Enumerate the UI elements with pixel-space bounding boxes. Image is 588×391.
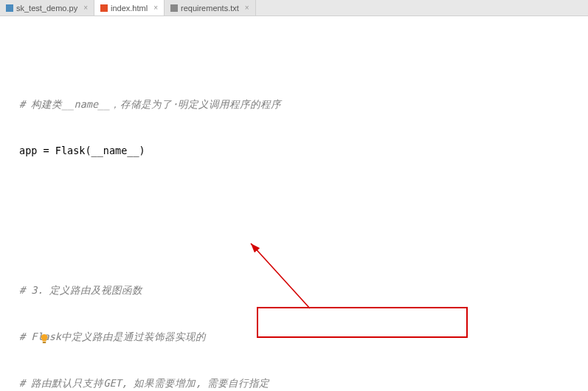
html-icon bbox=[100, 4, 108, 12]
lightbulb-icon[interactable] bbox=[3, 317, 13, 328]
blank-line bbox=[19, 236, 588, 252]
svg-rect-3 bbox=[43, 342, 46, 343]
tab-requirements[interactable]: requirements.txt × bbox=[165, 0, 256, 15]
python-icon bbox=[6, 4, 13, 12]
gutter bbox=[0, 16, 16, 391]
close-icon[interactable]: × bbox=[83, 4, 88, 12]
code-comment: # 构建类__name__，存储是为了·明定义调用程序的程序 bbox=[19, 98, 281, 110]
tab-label: sk_test_demo.py bbox=[16, 4, 77, 13]
tab-bar: sk_test_demo.py × index.html × requireme… bbox=[0, 0, 588, 16]
blank-line bbox=[19, 190, 588, 205]
code-comment: # 3. 定义路由及视图函数 bbox=[19, 284, 142, 296]
close-icon[interactable]: × bbox=[245, 4, 249, 12]
tab-label: index.html bbox=[111, 4, 148, 13]
code-comment: # 路由默认只支持GET, 如果需要增加, 需要自行指定 bbox=[19, 377, 269, 389]
code-text: app = Flask(__name__) bbox=[19, 145, 145, 156]
code-body: # 构建类__name__，存储是为了·明定义调用程序的程序 app = Fla… bbox=[0, 66, 588, 391]
svg-rect-0 bbox=[6, 4, 13, 12]
code-editor[interactable]: # 构建类__name__，存储是为了·明定义调用程序的程序 app = Fla… bbox=[0, 16, 588, 391]
tab-label: requirements.txt bbox=[181, 4, 239, 13]
svg-rect-2 bbox=[170, 4, 178, 12]
tab-sk-test-demo[interactable]: sk_test_demo.py × bbox=[0, 0, 94, 15]
close-icon[interactable]: × bbox=[153, 4, 158, 12]
svg-rect-1 bbox=[100, 4, 108, 12]
text-icon bbox=[170, 4, 178, 12]
tab-index-html[interactable]: index.html × bbox=[94, 0, 165, 15]
